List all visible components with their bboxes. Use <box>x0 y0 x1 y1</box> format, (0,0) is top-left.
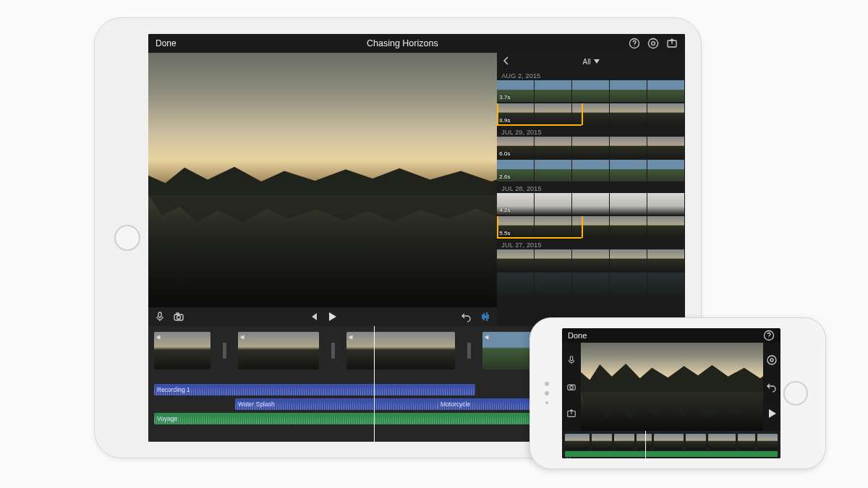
phone-timeline[interactable]: Voyage <box>562 431 780 458</box>
library-filter[interactable]: All <box>583 58 600 66</box>
preview-video-frame <box>148 53 497 307</box>
audio-track[interactable]: Recording 1 <box>154 384 475 395</box>
svg-point-16 <box>770 359 773 361</box>
library-date-header: JUL 28, 2015 <box>497 183 685 193</box>
export-icon[interactable] <box>666 38 678 49</box>
imovie-iphone-app: Done Voyage <box>562 328 780 458</box>
transition-handle[interactable] <box>221 332 228 369</box>
svg-point-10 <box>769 338 770 338</box>
phone-play-icon[interactable] <box>766 408 778 419</box>
timeline-clip[interactable] <box>238 332 319 369</box>
library-filter-label: All <box>583 58 591 66</box>
microphone-icon[interactable] <box>154 311 166 322</box>
phone-music-track[interactable]: Voyage <box>565 451 778 457</box>
library-clip[interactable] <box>497 249 685 271</box>
playbar <box>148 307 497 326</box>
phone-timeline-clip[interactable] <box>654 434 684 450</box>
iphone-device-frame: Done Voyage <box>529 317 826 469</box>
play-icon[interactable] <box>326 311 338 322</box>
library-clip[interactable]: 8.9s <box>497 103 685 125</box>
phone-timeline-clip[interactable] <box>708 434 736 450</box>
clip-duration: 8.9s <box>499 117 510 124</box>
library-date-header: JUL 27, 2015 <box>497 239 685 249</box>
transition-handle[interactable] <box>329 332 336 369</box>
phone-timeline-clip[interactable] <box>614 434 634 450</box>
clip-duration: 3.7s <box>499 94 510 100</box>
svg-point-7 <box>177 316 181 320</box>
library-clip[interactable]: 3.7s <box>497 80 685 102</box>
undo-icon[interactable] <box>461 311 472 322</box>
clip-mute-icon[interactable] <box>240 334 247 341</box>
audio-wave-icon[interactable] <box>480 311 491 322</box>
clip-duration: 4.2s <box>499 207 510 213</box>
clip-mute-icon[interactable] <box>349 334 355 341</box>
svg-rect-8 <box>176 313 179 314</box>
phone-music-label: Voyage <box>565 457 583 458</box>
svg-point-3 <box>652 42 655 46</box>
phone-undo-icon[interactable] <box>766 381 778 393</box>
audio-track-label: Water Splash <box>238 401 275 408</box>
ipad-home-button[interactable] <box>114 225 140 251</box>
phone-timeline-clip[interactable] <box>565 434 590 450</box>
clip-duration: 2.6s <box>499 174 510 180</box>
skip-back-icon[interactable] <box>307 311 319 322</box>
help-icon[interactable] <box>629 38 640 49</box>
library-clip[interactable]: 4.2s <box>497 193 685 215</box>
audio-track-label: Voyage <box>157 415 177 422</box>
phone-preview[interactable] <box>581 343 763 431</box>
phone-camera-icon[interactable] <box>566 382 576 392</box>
library-date-header: AUG 2, 2015 <box>497 70 685 80</box>
phone-help-icon[interactable] <box>763 330 775 341</box>
timeline-clip[interactable] <box>346 332 455 369</box>
preview-pane[interactable] <box>148 53 497 326</box>
phone-right-tools <box>763 343 780 431</box>
clip-mute-icon[interactable] <box>485 334 491 341</box>
timeline-playhead[interactable] <box>374 326 375 442</box>
phone-microphone-icon[interactable] <box>566 355 576 365</box>
phone-timeline-clip[interactable] <box>738 434 755 450</box>
phone-settings-icon[interactable] <box>766 354 778 366</box>
library-clip[interactable]: 2.6s <box>497 160 685 181</box>
phone-done-button[interactable]: Done <box>568 331 587 340</box>
library-date-header: JUL 29, 2015 <box>497 127 685 137</box>
done-button[interactable]: Done <box>156 38 176 48</box>
phone-timeline-clip[interactable] <box>637 434 652 450</box>
library-back-icon[interactable] <box>503 56 510 67</box>
camera-icon[interactable] <box>173 311 184 322</box>
svg-rect-11 <box>570 356 573 361</box>
clip-duration: 6.0s <box>499 150 510 157</box>
audio-track-label: Recording 1 <box>157 386 190 393</box>
transition-handle[interactable] <box>465 332 472 369</box>
phone-playhead[interactable] <box>645 431 646 458</box>
media-library: All AUG 2, 20153.7s8.9sJUL 29, 20156.0s2… <box>497 53 685 326</box>
svg-point-1 <box>634 46 635 46</box>
library-clip[interactable]: 6.0s <box>497 137 685 158</box>
clip-mute-icon[interactable] <box>156 334 163 341</box>
clip-duration: 5.5s <box>499 230 510 236</box>
settings-icon[interactable] <box>647 38 659 49</box>
svg-rect-5 <box>158 312 161 317</box>
svg-point-15 <box>767 356 776 364</box>
audio-track-label: Motorcycle <box>441 401 470 408</box>
phone-timeline-clip[interactable] <box>686 434 706 450</box>
project-title: Chasing Horizons <box>176 38 629 48</box>
library-clip[interactable] <box>497 273 685 294</box>
phone-left-tools <box>562 343 581 431</box>
audio-track[interactable]: Water Splash <box>235 398 439 410</box>
phone-timeline-clip[interactable] <box>592 434 612 450</box>
timeline-clip[interactable] <box>154 332 210 369</box>
svg-point-13 <box>570 386 573 389</box>
library-clip[interactable]: 5.5s <box>497 216 685 238</box>
phone-timeline-clip[interactable] <box>757 434 778 450</box>
topbar: Done Chasing Horizons <box>148 34 685 53</box>
phone-export-icon[interactable] <box>566 408 576 419</box>
